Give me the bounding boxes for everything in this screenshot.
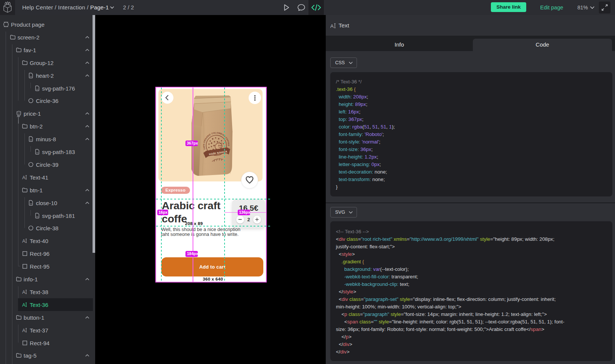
svg-text:A: A — [22, 328, 26, 333]
svg-text:A: A — [22, 175, 26, 180]
svg-text:A: A — [22, 289, 26, 295]
svg-text:A: A — [330, 23, 334, 29]
svg-text:A: A — [22, 302, 26, 307]
svg-text:A: A — [22, 239, 26, 244]
